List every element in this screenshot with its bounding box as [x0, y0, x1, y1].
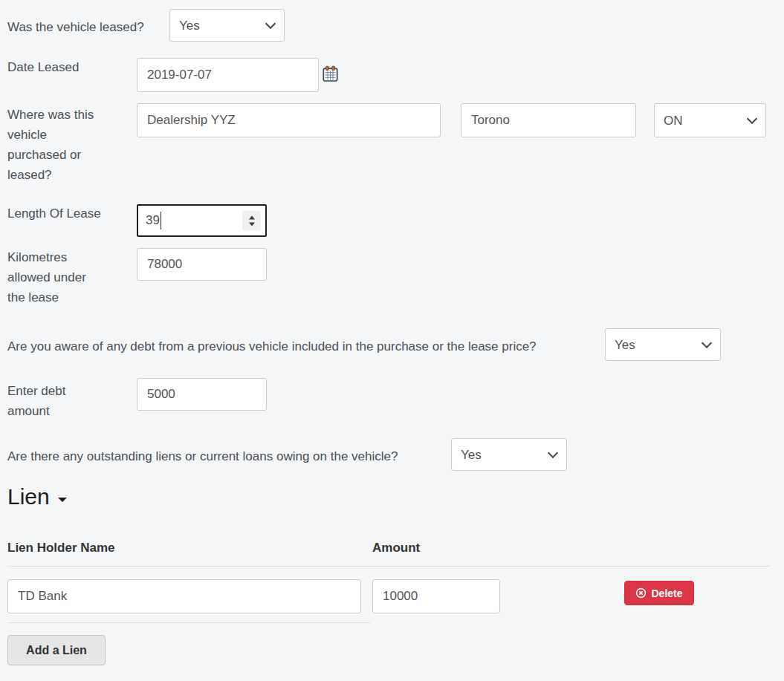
vehicle-leased-select[interactable]: Yes [169, 9, 285, 42]
add-button-label: Add a Lien [26, 644, 87, 656]
lien-amount-input[interactable] [372, 579, 500, 613]
lien-holder-name-input[interactable] [7, 579, 361, 613]
date-leased-input[interactable] [137, 58, 319, 92]
spin-up-button[interactable] [249, 215, 255, 219]
spinner-arrows-icon[interactable] [242, 211, 261, 231]
length-of-lease-field[interactable] [137, 204, 267, 237]
lien-section-toggle[interactable]: Lien [7, 483, 67, 510]
outstanding-liens-select[interactable]: Yes [451, 438, 567, 471]
purchase-location-label: Where was this vehicle purchased or leas… [7, 105, 100, 185]
caret-down-icon [58, 498, 67, 502]
purchase-city-input[interactable] [461, 103, 636, 137]
previous-debt-question-label: Are you aware of any debt from a previou… [7, 339, 537, 354]
length-of-lease-label: Length Of Lease [7, 206, 101, 221]
purchase-place-input[interactable] [137, 103, 441, 137]
kilometres-allowed-input[interactable] [137, 248, 267, 281]
amount-header: Amount [372, 541, 420, 555]
vehicle-lease-form: Was the vehicle leased? Yes Date Leased … [0, 0, 784, 681]
lien-section-title: Lien [7, 484, 50, 509]
times-circle-icon [635, 587, 647, 599]
calendar-icon[interactable] [322, 65, 339, 82]
delete-lien-button[interactable]: Delete [624, 581, 694, 605]
add-lien-button[interactable]: Add a Lien [7, 635, 106, 665]
province-select[interactable]: ON [654, 103, 766, 137]
vehicle-leased-select-control[interactable]: Yes [169, 9, 285, 42]
previous-debt-select[interactable]: Yes [605, 328, 721, 361]
debt-amount-label: Enter debt amount [7, 381, 100, 421]
previous-debt-select-control[interactable]: Yes [605, 328, 721, 361]
table-row-divider [7, 622, 370, 623]
outstanding-liens-select-control[interactable]: Yes [451, 438, 567, 471]
table-header-divider [7, 566, 771, 567]
text-cursor [161, 212, 161, 229]
outstanding-liens-question-label: Are there any outstanding liens or curre… [7, 449, 398, 464]
debt-amount-input[interactable] [137, 378, 267, 411]
spin-down-button[interactable] [249, 222, 255, 226]
vehicle-leased-label: Was the vehicle leased? [7, 20, 144, 35]
lien-holder-name-header: Lien Holder Name [7, 541, 115, 555]
province-select-control[interactable]: ON [654, 103, 766, 137]
kilometres-allowed-label: Kilometres allowed under the lease [7, 247, 100, 307]
delete-button-label: Delete [651, 587, 682, 599]
date-leased-label: Date Leased [7, 60, 79, 75]
